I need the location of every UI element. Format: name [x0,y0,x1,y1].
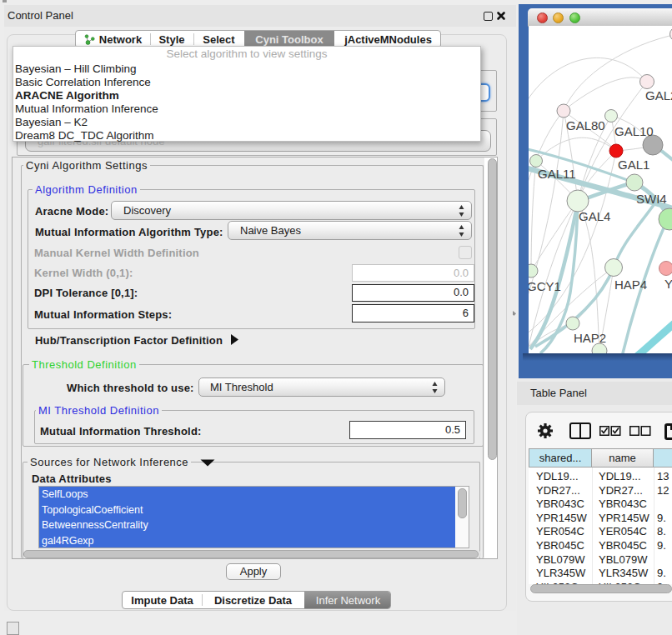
svg-text:GAL1: GAL1 [618,158,649,172]
svg-text:YPL: YPL [664,277,672,291]
svg-text:HAP4: HAP4 [614,278,647,292]
svg-text:GAL10: GAL10 [614,124,654,138]
svg-text:GAL11: GAL11 [538,167,576,181]
svg-text:GAL80: GAL80 [566,118,605,132]
svg-text:HAP2: HAP2 [574,331,606,345]
svg-text:SWI4: SWI4 [636,192,667,206]
svg-text:GCY1: GCY1 [529,279,561,293]
svg-text:GAL4: GAL4 [579,209,610,223]
svg-text:GAL2: GAL2 [645,88,672,102]
